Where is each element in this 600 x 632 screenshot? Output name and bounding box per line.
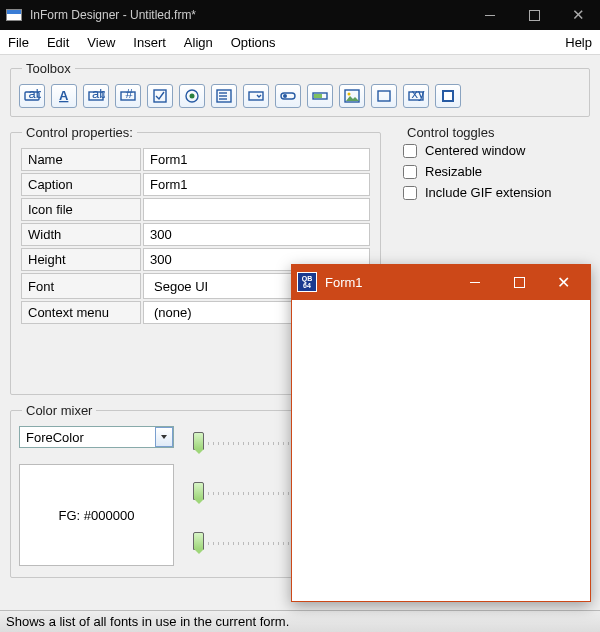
menu-insert[interactable]: Insert [133, 35, 166, 50]
prop-row-icon: Icon file [21, 198, 370, 221]
color-property-value: ForeColor [26, 430, 84, 445]
toggle-label: Resizable [425, 164, 482, 179]
toolbox-row: ab A abl # xy [19, 84, 581, 108]
color-property-select[interactable]: ForeColor [19, 426, 174, 448]
toggle-label: Centered window [425, 143, 525, 158]
prop-label: Font [21, 273, 141, 299]
preview-close-button[interactable]: ✕ [541, 264, 585, 300]
font-name[interactable]: Segoe UI [150, 279, 301, 294]
toggles-group: Control toggles Centered window Resizabl… [395, 125, 590, 235]
maximize-button[interactable] [512, 0, 556, 30]
tool-toggle-icon[interactable] [275, 84, 301, 108]
svg-text:#: # [126, 87, 134, 101]
tool-radio-icon[interactable] [179, 84, 205, 108]
menu-edit[interactable]: Edit [47, 35, 69, 50]
status-text: Shows a list of all fonts in use in the … [6, 614, 289, 629]
preview-maximize-button[interactable] [497, 264, 541, 300]
svg-text:A: A [59, 88, 69, 103]
menu-view[interactable]: View [87, 35, 115, 50]
tool-checkbox-icon[interactable] [147, 84, 173, 108]
checkbox-centered[interactable] [403, 144, 417, 158]
close-button[interactable]: ✕ [556, 0, 600, 30]
checkbox-resizable[interactable] [403, 165, 417, 179]
svg-text:ab: ab [29, 87, 42, 101]
prop-label: Context menu [21, 301, 141, 324]
menu-file[interactable]: File [8, 35, 29, 50]
svg-text:xy: xy [412, 87, 426, 101]
tool-progressbar-icon[interactable] [307, 84, 333, 108]
svg-point-20 [348, 93, 351, 96]
prop-label: Icon file [21, 198, 141, 221]
color-swatch: FG: #000000 [19, 464, 174, 566]
toggle-gif[interactable]: Include GIF extension [403, 182, 582, 203]
tool-menu-icon[interactable] [435, 84, 461, 108]
menu-options[interactable]: Options [231, 35, 276, 50]
prop-label: Height [21, 248, 141, 271]
qb64-logo-icon: QB64 [297, 272, 317, 292]
dropdown-icon[interactable] [155, 427, 173, 447]
svg-rect-18 [314, 94, 322, 98]
tool-label-bold-icon[interactable]: A [51, 84, 77, 108]
tool-dropdown-icon[interactable] [243, 84, 269, 108]
toggle-label: Include GIF extension [425, 185, 551, 200]
slider-thumb-icon[interactable] [193, 482, 204, 500]
prop-value-caption[interactable]: Form1 [143, 173, 370, 196]
prop-value-width[interactable]: 300 [143, 223, 370, 246]
properties-legend: Control properties: [22, 125, 137, 140]
preview-title: Form1 [325, 275, 453, 290]
preview-minimize-button[interactable] [453, 264, 497, 300]
tool-picturebox-icon[interactable] [339, 84, 365, 108]
svg-point-16 [283, 94, 287, 98]
preview-titlebar[interactable]: QB64 Form1 ✕ [291, 264, 591, 300]
toolbox-legend: Toolbox [22, 61, 75, 76]
preview-client[interactable] [291, 300, 591, 602]
slider-thumb-icon[interactable] [193, 532, 204, 550]
checkbox-gif[interactable] [403, 186, 417, 200]
toggle-centered[interactable]: Centered window [403, 140, 582, 161]
svg-point-9 [190, 94, 195, 99]
prop-row-caption: Caption Form1 [21, 173, 370, 196]
app-icon [6, 9, 22, 21]
slider-thumb-icon[interactable] [193, 432, 204, 450]
minimize-button[interactable] [468, 0, 512, 30]
toggle-resizable[interactable]: Resizable [403, 161, 582, 182]
prop-label: Width [21, 223, 141, 246]
prop-row-name: Name Form1 [21, 148, 370, 171]
mixer-legend: Color mixer [22, 403, 96, 418]
tool-numeric-icon[interactable]: # [115, 84, 141, 108]
form-preview[interactable]: QB64 Form1 ✕ [291, 264, 591, 602]
tool-list-icon[interactable] [211, 84, 237, 108]
menubar: File Edit View Insert Align Options Help [0, 30, 600, 55]
prop-label: Caption [21, 173, 141, 196]
toggles-legend: Control toggles [403, 125, 498, 140]
svg-rect-21 [378, 91, 390, 101]
tool-trackbar-icon[interactable]: xy [403, 84, 429, 108]
prop-value-name[interactable]: Form1 [143, 148, 370, 171]
tool-button-icon[interactable]: ab [19, 84, 45, 108]
status-bar: Shows a list of all fonts in use in the … [0, 610, 600, 632]
svg-text:abl: abl [92, 87, 105, 101]
prop-value-icon[interactable] [143, 198, 370, 221]
window-title: InForm Designer - Untitled.frm* [30, 8, 468, 22]
prop-label: Name [21, 148, 141, 171]
prop-row-width: Width 300 [21, 223, 370, 246]
tool-frame-icon[interactable] [371, 84, 397, 108]
toolbox-group: Toolbox ab A abl # xy [10, 61, 590, 117]
menu-align[interactable]: Align [184, 35, 213, 50]
svg-rect-25 [444, 92, 452, 100]
titlebar: InForm Designer - Untitled.frm* ✕ [0, 0, 600, 30]
svg-rect-7 [154, 90, 166, 102]
menu-help[interactable]: Help [565, 35, 592, 50]
tool-label-icon[interactable]: abl [83, 84, 109, 108]
swatch-label: FG: #000000 [59, 508, 135, 523]
